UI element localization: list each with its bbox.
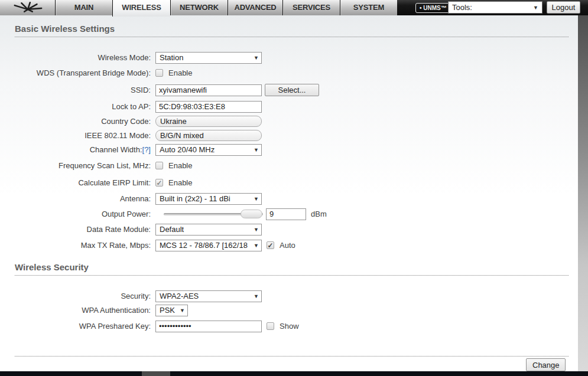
logout-button[interactable]: Logout (547, 1, 580, 14)
wpa-key-show-checkbox[interactable] (267, 322, 274, 330)
bottom-window-bar (0, 371, 588, 376)
horizontal-scrollbar-thumb[interactable] (142, 371, 170, 376)
wds-label: WDS (Transparent Bridge Mode): (0, 68, 151, 77)
wpa-key-show-label: Show (280, 322, 299, 331)
vertical-scrollbar[interactable] (578, 15, 588, 371)
data-rate-select[interactable]: Default ▼ (155, 224, 262, 236)
ieee-mode-row: IEEE 802.11 Mode: B/G/N mixed (0, 129, 573, 142)
data-rate-label: Data Rate Module: (0, 225, 151, 234)
max-tx-auto-label: Auto (280, 241, 295, 250)
max-tx-rate-value: MCS 12 - 78/86.7 [162/18 (160, 241, 251, 250)
chevron-down-icon: ▼ (254, 293, 259, 299)
lock-to-ap-input[interactable] (155, 101, 262, 113)
airos-wireless-page: MAIN WIRELESS NETWORK ADVANCED SERVICES … (0, 0, 588, 376)
tab-system[interactable]: SYSTEM (340, 0, 397, 15)
channel-width-help-link[interactable]: [?] (142, 145, 151, 154)
wds-enable-label: Enable (168, 68, 192, 77)
wireless-mode-select[interactable]: Station ▼ (155, 52, 262, 64)
security-label: Security: (0, 292, 151, 300)
tab-main[interactable]: MAIN (55, 0, 112, 15)
wireless-mode-row: Wireless Mode: Station ▼ (0, 51, 573, 64)
chevron-down-icon: ▼ (533, 5, 538, 11)
tools-dropdown-value: Tools: (452, 3, 531, 12)
eirp-enable-checkbox[interactable] (155, 179, 163, 187)
max-tx-rate-select[interactable]: MCS 12 - 78/86.7 [162/18 ▼ (155, 240, 262, 251)
eirp-enable-label: Enable (168, 178, 192, 187)
output-power-slider[interactable] (164, 208, 263, 220)
top-navigation-bar: MAIN WIRELESS NETWORK ADVANCED SERVICES … (0, 0, 588, 15)
chevron-down-icon: ▼ (254, 55, 259, 61)
wireless-mode-label: Wireless Mode: (0, 53, 151, 62)
lock-to-ap-row: Lock to AP: (0, 100, 573, 113)
wireless-mode-value: Station (160, 53, 251, 62)
eirp-label: Calculate EIRP Limit: (0, 178, 151, 187)
unms-button[interactable]: • UNMS™ (415, 3, 451, 13)
max-tx-rate-label: Max TX Rate, Mbps: (0, 241, 151, 250)
channel-width-select[interactable]: Auto 20/40 MHz ▼ (155, 144, 262, 156)
wpa-preshared-key-label: WPA Preshared Key: (0, 322, 151, 331)
chevron-down-icon: ▼ (254, 147, 259, 153)
antenna-label: Antenna: (0, 194, 151, 203)
chevron-down-icon: ▼ (254, 196, 259, 202)
antenna-select[interactable]: Built in (2x2) - 11 dBi ▼ (155, 193, 262, 205)
chevron-down-icon: ▼ (180, 308, 185, 313)
wpa-preshared-key-input[interactable] (155, 321, 262, 332)
ieee-mode-value: B/G/N mixed (160, 131, 204, 140)
ieee-mode-field: B/G/N mixed (155, 130, 262, 141)
ssid-label: SSID: (0, 86, 151, 94)
tab-wireless[interactable]: WIRELESS (112, 0, 170, 17)
basic-wireless-settings-heading: Basic Wireless Settings (15, 24, 568, 37)
security-value: WPA2-AES (160, 292, 251, 300)
ssid-row: SSID: Select... (0, 84, 573, 96)
wpa-authentication-label: WPA Authentication: (0, 306, 151, 315)
change-button[interactable]: Change (526, 358, 566, 371)
data-rate-value: Default (160, 225, 251, 234)
wds-enable-checkbox[interactable] (155, 69, 163, 77)
footer-divider (15, 356, 568, 357)
security-row: Security: WPA2-AES ▼ (0, 290, 573, 302)
brand-logo-tab[interactable] (0, 0, 55, 15)
chevron-down-icon: ▼ (254, 227, 259, 233)
eirp-row: Calculate EIRP Limit: Enable (0, 176, 573, 189)
tab-services[interactable]: SERVICES (282, 0, 340, 15)
output-power-slider-handle[interactable] (241, 210, 262, 218)
wpa-authentication-select[interactable]: PSK ▼ (155, 305, 188, 316)
wpa-authentication-row: WPA Authentication: PSK ▼ (0, 304, 573, 316)
wpa-authentication-value: PSK (160, 306, 177, 315)
channel-width-label: Channel Width: (90, 145, 142, 154)
wpa-preshared-key-row: WPA Preshared Key: Show (0, 320, 573, 332)
max-tx-auto-checkbox[interactable] (267, 241, 274, 249)
ubiquiti-antenna-logo-icon (11, 1, 45, 15)
data-rate-row: Data Rate Module: Default ▼ (0, 223, 573, 236)
output-power-row: Output Power: dBm (0, 208, 573, 220)
frequency-scan-label: Frequency Scan List, MHz: (0, 161, 151, 170)
channel-width-row: Channel Width:[?] Auto 20/40 MHz ▼ (0, 143, 573, 156)
tab-network[interactable]: NETWORK (170, 0, 228, 15)
channel-width-value: Auto 20/40 MHz (160, 145, 251, 154)
frequency-scan-enable-label: Enable (168, 161, 192, 170)
chevron-down-icon: ▼ (254, 243, 259, 249)
antenna-value: Built in (2x2) - 11 dBi (160, 194, 251, 203)
tab-advanced[interactable]: ADVANCED (228, 0, 282, 15)
ssid-select-button[interactable]: Select... (265, 84, 319, 96)
ieee-mode-label: IEEE 802.11 Mode: (0, 131, 151, 140)
output-power-unit: dBm (311, 210, 327, 218)
antenna-row: Antenna: Built in (2x2) - 11 dBi ▼ (0, 192, 573, 205)
tools-dropdown[interactable]: Tools: ▼ (448, 1, 542, 14)
max-tx-rate-row: Max TX Rate, Mbps: MCS 12 - 78/86.7 [162… (0, 239, 573, 251)
frequency-scan-enable-checkbox[interactable] (155, 162, 163, 169)
country-code-value: Ukraine (160, 117, 187, 126)
wireless-security-heading: Wireless Security (15, 262, 568, 276)
country-code-label: Country Code: (0, 117, 151, 126)
output-power-label: Output Power: (0, 210, 151, 218)
country-code-field: Ukraine (155, 116, 262, 127)
wds-row: WDS (Transparent Bridge Mode): Enable (0, 67, 573, 79)
frequency-scan-row: Frequency Scan List, MHz: Enable (0, 159, 573, 172)
output-power-input[interactable] (266, 208, 306, 220)
security-select[interactable]: WPA2-AES ▼ (155, 290, 262, 302)
country-code-row: Country Code: Ukraine (0, 115, 573, 127)
lock-to-ap-label: Lock to AP: (0, 102, 151, 111)
ssid-input[interactable] (155, 84, 262, 96)
